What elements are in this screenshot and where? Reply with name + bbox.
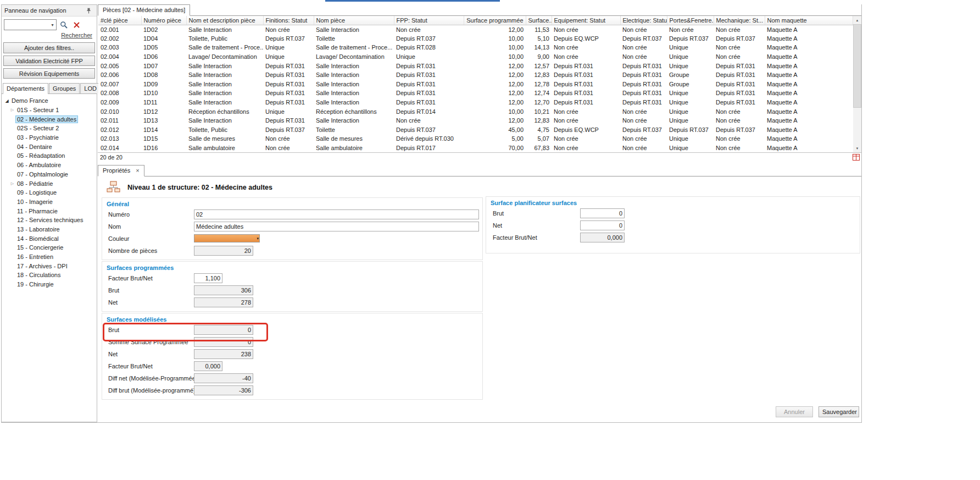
tree-item[interactable]: 07 - Ophtalmologie — [2, 170, 97, 179]
column-header[interactable]: Nom pièce — [314, 16, 394, 25]
table-row[interactable]: 02.0121D14Toilette, PublicDepuis RT.037T… — [98, 125, 853, 135]
tree-item[interactable]: 06 - Ambulatoire — [2, 161, 97, 170]
revision-equipements-button[interactable]: Révision Equipements — [3, 68, 95, 79]
tab-groupes[interactable]: Groupes — [49, 83, 80, 93]
table-row[interactable]: 02.0071D09Salle InteractionDepuis RT.031… — [98, 80, 853, 89]
table-cell: 02.013 — [98, 134, 141, 144]
tree-item[interactable]: 17 - Archives - DPI — [2, 261, 97, 271]
table-row[interactable]: 02.0031D05Salle de traitement - Proce...… — [98, 43, 853, 52]
column-header[interactable]: FPP: Statut — [394, 16, 464, 25]
tree-item[interactable]: 12 - Services techniques — [2, 216, 97, 225]
sm-brut-input[interactable] — [194, 325, 253, 335]
tree-item[interactable]: 10 - Imagerie — [2, 197, 97, 207]
add-filters-button[interactable]: Ajouter des filtres.. — [3, 42, 95, 53]
tab-lod[interactable]: LOD — [80, 83, 101, 93]
sm-diff-brut-input[interactable] — [194, 385, 253, 395]
table-cell: Toilette, Public — [186, 34, 263, 43]
table-row[interactable]: 02.0061D08Salle InteractionDepuis RT.031… — [98, 70, 853, 80]
column-header[interactable]: Surface... — [526, 16, 552, 25]
navigation-panel-titlebar: Panneau de navigation — [2, 5, 97, 16]
tree-item[interactable]: 02S - Secteur 2 — [2, 124, 97, 133]
tree-item[interactable]: 11 - Pharmacie — [2, 206, 97, 216]
combo-dropdown-icon[interactable]: ▾ — [49, 23, 56, 27]
tree-item[interactable]: 15 - Conciergerie — [2, 243, 97, 252]
plan-brut-input[interactable] — [580, 208, 625, 218]
tree-item[interactable]: ▷01S - Secteur 1 — [2, 106, 97, 115]
column-header[interactable]: Nom maquette — [765, 16, 853, 25]
scrollbar-thumb[interactable] — [853, 24, 861, 108]
column-header[interactable]: #clé pièce — [98, 16, 141, 25]
column-header[interactable]: Equipement: Statut — [552, 16, 620, 25]
scroll-up-icon[interactable]: ▲ — [853, 16, 861, 24]
column-header[interactable]: Mechanique: St... — [714, 16, 765, 25]
sm-facteur-input[interactable] — [194, 361, 222, 371]
table-vertical-scrollbar[interactable]: ▲ ▼ — [853, 16, 861, 152]
sm-somme-input[interactable] — [194, 337, 253, 347]
column-header[interactable]: Numéro pièce — [141, 16, 186, 25]
column-header[interactable]: Nom et description pièce — [186, 16, 263, 25]
expand-icon[interactable]: ▷ — [9, 181, 15, 186]
couleur-swatch[interactable]: ▾ — [194, 234, 260, 242]
sp-facteur-input[interactable] — [194, 273, 222, 283]
tree-item-label: 07 - Ophtalmologie — [15, 170, 70, 178]
table-cell: 02.014 — [98, 144, 141, 153]
table-row[interactable]: 02.0011D02Salle InteractionNon créeSalle… — [98, 25, 853, 34]
table-row[interactable]: 02.0051D07Salle InteractionDepuis RT.031… — [98, 61, 853, 70]
tree-item[interactable]: ▷08 - Pédiatrie — [2, 179, 97, 188]
column-header[interactable]: Surface programmée — [464, 16, 526, 25]
tree-item[interactable]: 16 - Entretien — [2, 252, 97, 262]
clear-search-icon[interactable] — [71, 19, 82, 30]
table-cell: Non crée — [714, 144, 765, 153]
tree-item[interactable]: 13 - Laboratoire — [2, 225, 97, 234]
search-input[interactable] — [4, 20, 49, 29]
table-row[interactable]: 02.0111D13Salle InteractionDepuis RT.031… — [98, 116, 853, 125]
plan-net-input[interactable] — [580, 220, 625, 230]
tab-departements[interactable]: Départements — [3, 83, 48, 94]
table-cell: Depuis RT.031 — [263, 70, 314, 80]
table-row[interactable]: 02.0041D06Lavage/ DecontaminationUniqueL… — [98, 52, 853, 62]
column-header[interactable]: Portes&Fenetre... — [667, 16, 714, 25]
table-row[interactable]: 02.0091D11Salle InteractionDepuis RT.031… — [98, 98, 853, 107]
tree-item[interactable]: 02 - Médecine adultes — [2, 114, 97, 124]
tree-item[interactable]: ◢Demo France — [2, 96, 97, 106]
close-icon[interactable]: × — [136, 167, 139, 174]
sp-brut-input[interactable] — [194, 285, 253, 295]
plan-facteur-input[interactable] — [580, 233, 625, 242]
sm-diff-net-input[interactable] — [194, 373, 253, 383]
tree-item[interactable]: 19 - Chirurgie — [2, 280, 97, 289]
tree-item-label: 17 - Archives - DPI — [15, 262, 69, 270]
table-row[interactable]: 02.0101D12Réception échantillonsUniqueRé… — [98, 107, 853, 116]
column-header[interactable]: Electrique: Statut — [620, 16, 667, 25]
tree-item[interactable]: 09 - Logistique — [2, 188, 97, 197]
annuler-button[interactable]: Annuler — [776, 406, 813, 417]
table-cell: Non crée — [552, 134, 620, 144]
nombre-pieces-input[interactable] — [194, 246, 253, 256]
tab-pieces[interactable]: Pièces [02 - Médecine adultes] — [98, 4, 190, 16]
tree-item[interactable]: 14 - Biomédical — [2, 234, 97, 243]
pin-icon[interactable] — [83, 5, 94, 16]
table-row[interactable]: 02.0141D16Salle ambulatoireNon créeSalle… — [98, 144, 853, 153]
nom-input[interactable] — [194, 222, 479, 231]
tree-item[interactable]: 18 - Circulations — [2, 271, 97, 280]
table-row[interactable]: 02.0081D10Salle InteractionDepuis RT.031… — [98, 89, 853, 98]
rooms-tab-strip: Pièces [02 - Médecine adultes] — [98, 4, 861, 16]
table-cell: 1D11 — [141, 98, 186, 107]
table-row[interactable]: 02.0021D04Toilette, PublicDepuis RT.037T… — [98, 34, 853, 43]
tree-item[interactable]: 04 - Dentaire — [2, 142, 97, 151]
tree-item[interactable]: 05 - Réadaptation — [2, 151, 97, 161]
tab-proprietes[interactable]: Propriétés × — [98, 165, 144, 176]
sauvegarder-button[interactable]: Sauvegarder — [818, 406, 859, 417]
search-icon[interactable] — [58, 19, 69, 30]
scroll-down-icon[interactable]: ▼ — [853, 144, 861, 152]
sm-net-input[interactable] — [194, 349, 253, 359]
tree-item[interactable]: 03 - Psychiatrie — [2, 133, 97, 142]
column-header[interactable]: Finitions: Statut — [263, 16, 314, 25]
rechercher-link[interactable]: Rechercher — [2, 32, 92, 38]
validation-electricite-button[interactable]: Validation Electricité FPP — [3, 56, 95, 66]
collapse-icon[interactable]: ◢ — [4, 98, 10, 103]
table-row[interactable]: 02.0131D15Salle de mesuresNon créeSalle … — [98, 134, 853, 144]
table-layout-icon[interactable] — [853, 154, 860, 163]
numero-input[interactable] — [194, 209, 479, 219]
expand-icon[interactable]: ▷ — [9, 108, 15, 112]
sp-net-input[interactable] — [194, 297, 253, 307]
